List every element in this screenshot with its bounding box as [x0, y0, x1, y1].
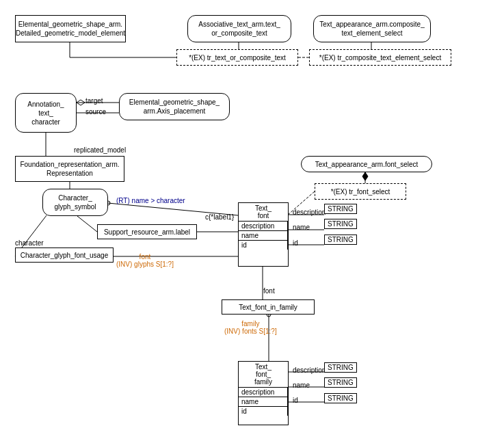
text-font-in-family-box: Text_font_in_family	[222, 299, 315, 315]
tr-text-or-composite-box: *(EX) tr_text_or_composite_text	[176, 49, 298, 66]
text-font-family-name-label: name	[293, 382, 310, 389]
text-font-family-row-id: id	[239, 407, 288, 416]
elemental-axis-box: Elemental_geometric_shape_arm.Axis_place…	[119, 93, 230, 120]
string-box-5: STRING	[324, 377, 357, 388]
svg-marker-14	[362, 172, 368, 180]
text-font-row-description: description	[239, 222, 288, 231]
tr-font-select-box: *(EX) tr_font_select	[315, 183, 406, 200]
text-font-family-table: Text_font_family description name id	[238, 361, 289, 425]
family-inv-label: family(INV) fonts S[1:?]	[224, 320, 277, 335]
label1-text: c{*label1}	[205, 213, 234, 221]
elemental-geometric-box: Elemental_geometric_shape_arm. Detailed_…	[15, 15, 126, 42]
target-label: target	[85, 97, 103, 105]
string-box-1: STRING	[324, 204, 357, 214]
character-label: character	[15, 239, 44, 247]
diagram: Elemental_geometric_shape_arm. Detailed_…	[0, 0, 504, 428]
source-label: source	[85, 108, 106, 116]
string-box-4: STRING	[324, 362, 357, 373]
text-font-row-id: id	[239, 241, 288, 250]
text-font-family-title: Text_font_family	[239, 362, 288, 388]
tr-composite-text-element-box: *(EX) tr_composite_text_element_select	[309, 49, 451, 66]
replicated-model-label: replicated_model	[74, 146, 126, 154]
character-glyph-font-usage-box: Character_glyph_font_usage	[15, 248, 114, 263]
text-font-row-name: name	[239, 231, 288, 241]
foundation-representation-box: Foundation_representation_arm.Representa…	[15, 156, 124, 182]
text-font-family-id-label: id	[293, 397, 298, 404]
text-font-table: Text_font description name id	[238, 202, 289, 267]
rt-name-character-label: (RT) name > character	[116, 197, 185, 204]
font-label: font	[263, 287, 275, 295]
string-box-6: STRING	[324, 393, 357, 403]
svg-line-11	[77, 216, 97, 232]
svg-marker-6	[77, 100, 85, 105]
text-font-description-label: description	[293, 209, 326, 216]
string-box-2: STRING	[324, 219, 357, 229]
support-resource-label-box: Support_resource_arm.label	[97, 224, 197, 239]
string-box-3: STRING	[324, 235, 357, 245]
text-font-family-description-label: description	[293, 366, 326, 374]
annotation-text-character-box: Annotation_text_character	[15, 93, 77, 133]
text-appearance-composite-box: Text_appearance_arm.composite_text_eleme…	[313, 15, 431, 42]
text-font-name-label: name	[293, 224, 310, 231]
text-appearance-font-select-box: Text_appearance_arm.font_select	[301, 156, 432, 172]
associative-text-box: Associative_text_arm.text_or_composite_t…	[187, 15, 291, 42]
font-inv-label: font(INV) glyphs S[1:?]	[116, 253, 174, 268]
text-font-family-row-description: description	[239, 388, 288, 397]
text-font-title: Text_font	[239, 203, 288, 222]
character-glyph-symbol-box: Character_glyph_symbol	[42, 189, 108, 216]
text-font-id-label: id	[293, 239, 298, 247]
text-font-family-row-name: name	[239, 397, 288, 407]
